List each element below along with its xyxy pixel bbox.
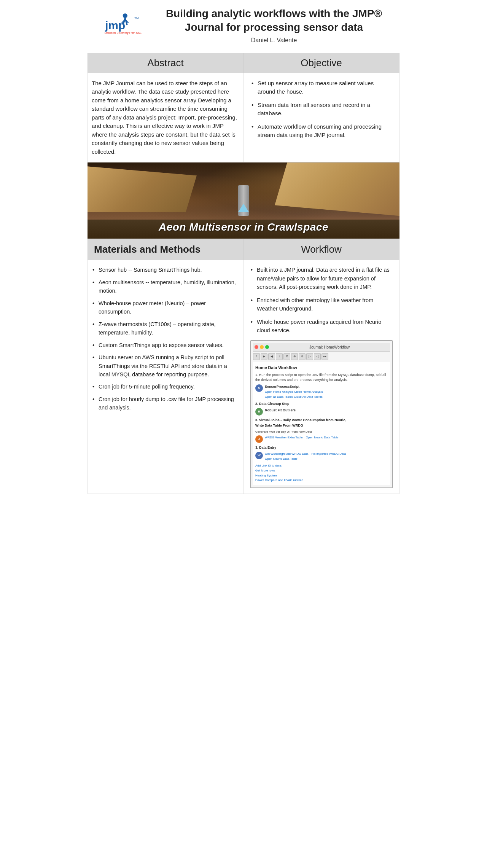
step2-label: 2. Data Cleanup Step: [255, 401, 388, 407]
svg-text:™: ™: [127, 32, 129, 34]
objective-item-2: Stream data from all sensors and record …: [250, 101, 393, 118]
journal-main-heading: Home Data Workflow: [255, 365, 388, 371]
step3-label: 3. Virtual Joins - Daily Power Consumpti…: [255, 418, 388, 428]
workflow-header: Workflow: [244, 239, 399, 260]
step1-sublinks: Open all Data Tables Close All Data Tabl…: [265, 395, 388, 399]
materials-item-2: Aeon multisensors -- temperature, humidi…: [92, 278, 237, 295]
journal-content-area: Home Data Workflow 1. Run the process sc…: [253, 362, 390, 485]
svg-point-0: [123, 14, 127, 18]
window-maximize-btn: [265, 345, 269, 349]
banner-insulation-left: [88, 166, 197, 212]
journal-tool-1: ?: [253, 353, 260, 360]
step4-label: 3. Data Entry: [255, 445, 388, 451]
step2-icon: R: [255, 408, 263, 416]
journal-tool-5: 🖹: [283, 353, 290, 360]
step2-title: Robust Fit Outliers: [265, 408, 388, 413]
abstract-objective-content: The JMP Journal can be used to steer the…: [88, 73, 399, 163]
step3-content: WRDG Weather Extra Table Open Neurio Dat…: [265, 435, 388, 440]
banner-inner: Aeon Multisensor in Crawlspace: [88, 162, 399, 239]
journal-tool-7: ⊗: [299, 353, 306, 360]
objective-list: Set up sensor array to measure salient v…: [250, 79, 393, 140]
author: Daniel L. Valente: [156, 37, 392, 44]
journal-intro-text: 1. Run the process script to open the .c…: [255, 373, 388, 382]
journal-step-2: R Robust Fit Outliers: [255, 408, 388, 416]
materials-workflow-headers: Materials and Methods Workflow: [88, 239, 399, 260]
window-close-btn: [255, 345, 258, 349]
svg-text:TM: TM: [134, 16, 138, 20]
journal-toolbar: Journal: HomeWorkflow: [253, 343, 390, 352]
journal-footer-links: Add Link ID to date: Get More rows Heati…: [255, 463, 388, 483]
abstract-text: The JMP Journal can be used to steer the…: [92, 79, 237, 156]
workflow-list: Built into a JMP journal. Data are store…: [250, 266, 393, 334]
step2-content: Robust Fit Outliers: [265, 408, 388, 413]
step3-sub: Generate kWh per day DT from Raw Data: [255, 430, 388, 434]
abstract-header: Abstract: [88, 53, 244, 73]
materials-item-5: Custom SmartThings app to expose sensor …: [92, 341, 237, 349]
journal-tool-3: ◀: [268, 353, 275, 360]
step1-icon: S: [255, 384, 263, 392]
step4-links: Get Wunderground WRDG Data Fix imported …: [265, 452, 388, 456]
workflow-item-2: Enriched with other metrology like weath…: [250, 296, 393, 313]
svg-text:jmp: jmp: [105, 19, 125, 32]
title-area: Building analytic workflows with the JMP…: [156, 7, 392, 44]
materials-workflow-content: Sensor hub -- Samsung SmartThings hub. A…: [88, 260, 399, 494]
abstract-content: The JMP Journal can be used to steer the…: [88, 73, 244, 163]
journal-mockup: Journal: HomeWorkflow ? ▶ ◀ ↑ 🖹 ⊕ ⊗ ▷ ◁ …: [250, 340, 393, 489]
step1-content: SensorProcessScript Open Home Analysis C…: [265, 384, 388, 399]
svg-text:From SAS.: From SAS.: [129, 32, 142, 34]
journal-step-4: W Get Wunderground WRDG Data Fix importe…: [255, 452, 388, 461]
step3-links: WRDG Weather Extra Table Open Neurio Dat…: [265, 435, 388, 440]
journal-step-1: S SensorProcessScript Open Home Analysis…: [255, 384, 388, 399]
step1-title: SensorProcessScript: [265, 384, 388, 390]
materials-header: Materials and Methods: [88, 239, 244, 260]
materials-item-1: Sensor hub -- Samsung SmartThings hub.: [92, 266, 237, 274]
materials-content: Sensor hub -- Samsung SmartThings hub. A…: [88, 260, 244, 494]
header: jmp TM Statistical Discovery ™ From SAS.…: [88, 0, 399, 48]
jmp-logo: jmp TM Statistical Discovery ™ From SAS.: [95, 11, 148, 38]
section-headers: Abstract Objective: [88, 53, 399, 73]
objective-content: Set up sensor array to measure salient v…: [244, 73, 399, 163]
banner-arrow-up: [238, 204, 249, 212]
materials-list: Sensor hub -- Samsung SmartThings hub. A…: [92, 266, 237, 412]
materials-item-3: Whole-house power meter (Neurio) – power…: [92, 299, 237, 316]
materials-item-7: Cron job for 5-minute polling frequency.: [92, 382, 237, 391]
journal-tool-10: ▸▸: [321, 353, 328, 360]
svg-text:Statistical Discovery: Statistical Discovery: [105, 32, 129, 35]
journal-tools-bar: ? ▶ ◀ ↑ 🖹 ⊕ ⊗ ▷ ◁ ▸▸: [253, 353, 390, 360]
journal-tool-4: ↑: [276, 353, 283, 360]
window-minimize-btn: [260, 345, 264, 349]
materials-item-6: Ubuntu server on AWS running a Ruby scri…: [92, 353, 237, 379]
journal-tool-8: ▷: [306, 353, 313, 360]
step3-icon: J: [255, 435, 263, 443]
workflow-content: Built into a JMP journal. Data are store…: [244, 260, 399, 494]
banner-caption: Aeon Multisensor in Crawlspace: [88, 221, 399, 233]
step1-links: Open Home Analysis Close Home Analysis: [265, 390, 388, 394]
journal-tool-6: ⊕: [291, 353, 298, 360]
objective-item-1: Set up sensor array to measure salient v…: [250, 79, 393, 96]
journal-tool-2: ▶: [261, 353, 267, 360]
journal-step-3: J WRDG Weather Extra Table Open Neurio D…: [255, 435, 388, 443]
step4-content: Get Wunderground WRDG Data Fix imported …: [265, 452, 388, 461]
journal-tool-9: ◁: [314, 353, 321, 360]
main-title: Building analytic workflows with the JMP…: [156, 7, 392, 35]
objective-item-3: Automate workflow of consuming and proce…: [250, 123, 393, 140]
journal-window-title: Journal: HomeWorkflow: [271, 344, 388, 350]
objective-header: Objective: [244, 53, 399, 73]
step4-icon: W: [255, 452, 263, 459]
banner-insulation-right: [275, 162, 399, 216]
materials-item-8: Cron job for hourly dump to .csv file fo…: [92, 395, 237, 412]
workflow-item-1: Built into a JMP journal. Data are store…: [250, 266, 393, 291]
logo-area: jmp TM Statistical Discovery ™ From SAS.: [95, 11, 156, 39]
materials-item-4: Z-wave thermostats (CT100s) – operating …: [92, 320, 237, 337]
workflow-item-3: Whole house power readings acquired from…: [250, 318, 393, 335]
step4-sublink: Open Neurio Data Table: [265, 457, 388, 461]
banner-image: Aeon Multisensor in Crawlspace: [88, 162, 399, 239]
